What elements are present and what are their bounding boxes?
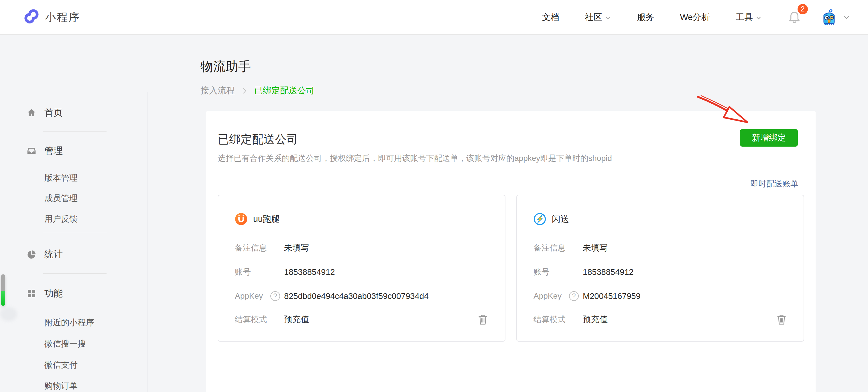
nav-tools[interactable]: 工具: [736, 11, 762, 23]
panel-heading: 已绑定配送公司: [218, 131, 298, 147]
chevron-right-icon: [242, 87, 247, 94]
miniprogram-logo-icon: [22, 7, 41, 27]
nav-docs[interactable]: 文档: [542, 11, 559, 23]
sidebar-divider: [148, 92, 148, 392]
field-row: 备注信息 未填写: [235, 242, 309, 254]
top-header: 小程序 文档 社区 服务 We分析 工具 2: [0, 0, 868, 35]
uu-paotui-logo: [235, 213, 247, 225]
scroll-indicator[interactable]: [1, 274, 5, 306]
sidebar-item-version-manage[interactable]: 版本管理: [0, 172, 148, 184]
field-row: AppKey ? M20045167959: [533, 290, 641, 302]
sidebar-item-wechat-pay[interactable]: 微信支付: [0, 359, 148, 371]
chevron-down-icon: [604, 14, 612, 22]
inbox-icon: [26, 146, 37, 156]
trash-icon[interactable]: [477, 313, 489, 326]
sidebar-item-member-manage[interactable]: 成员管理: [0, 192, 148, 205]
notification-bell[interactable]: 2: [788, 10, 801, 25]
trash-icon[interactable]: [775, 313, 787, 326]
field-row: 结算模式 预充值: [533, 314, 608, 325]
delivery-company-card: 闪送 备注信息 未填写 账号 18538854912 AppKey ? M200…: [516, 195, 804, 341]
breadcrumb-bound-companies[interactable]: 已绑定配送公司: [254, 85, 314, 96]
grid-icon: [26, 288, 37, 299]
field-row: 账号 18538854912: [533, 266, 633, 278]
breadcrumb-access-flow[interactable]: 接入流程: [200, 85, 235, 96]
chevron-down-icon[interactable]: [842, 13, 851, 22]
company-name: 闪送: [552, 213, 569, 225]
help-icon[interactable]: ?: [569, 291, 579, 301]
divider: [43, 233, 106, 233]
field-row: 备注信息 未填写: [533, 242, 608, 254]
sidebar-item-home[interactable]: 首页: [0, 107, 148, 119]
company-header: uu跑腿: [235, 213, 280, 225]
instant-delivery-bill-link[interactable]: 即时配送账单: [750, 178, 798, 189]
company-header: 闪送: [533, 213, 569, 225]
sidebar-item-nearby-miniprogram[interactable]: 附近的小程序: [0, 316, 148, 329]
add-binding-button[interactable]: 新增绑定: [740, 129, 798, 147]
scroll-indicator-thumb: [1, 291, 5, 306]
brand[interactable]: 小程序: [22, 7, 80, 28]
nav-services[interactable]: 服务: [637, 11, 654, 23]
sidebar-item-shopping-orders[interactable]: 购物订单: [0, 380, 148, 392]
top-nav: 文档 社区 服务 We分析 工具 2: [542, 0, 868, 35]
bound-companies-panel: 已绑定配送公司 选择已有合作关系的配送公司，授权绑定后，即可用该账号下配送单，该…: [206, 111, 815, 392]
field-row: 账号 18538854912: [235, 266, 335, 278]
sidebar: 首页 管理 版本管理 成员管理 用户反馈 统计 功能: [0, 35, 148, 392]
delivery-company-card: uu跑腿 备注信息 未填写 账号 18538854912 AppKey ? 82…: [218, 195, 505, 341]
divider: [43, 273, 106, 274]
scroll-indicator-track: [1, 274, 5, 291]
help-icon[interactable]: ?: [270, 291, 280, 301]
sidebar-item-user-feedback[interactable]: 用户反馈: [0, 213, 148, 225]
sidebar-item-features[interactable]: 功能: [0, 287, 148, 300]
avatar[interactable]: [821, 9, 837, 26]
nav-community[interactable]: 社区: [585, 11, 612, 23]
pie-chart-icon: [26, 249, 37, 260]
company-name: uu跑腿: [253, 213, 280, 225]
divider: [43, 131, 106, 132]
shansong-logo: [533, 213, 546, 225]
brand-title: 小程序: [45, 10, 80, 25]
panel-description: 选择已有合作关系的配送公司，授权绑定后，即可用该账号下配送单，该账号对应的app…: [218, 153, 722, 163]
sidebar-item-stats[interactable]: 统计: [0, 248, 148, 261]
breadcrumb: 接入流程 已绑定配送公司: [200, 85, 314, 96]
sidebar-item-manage[interactable]: 管理: [0, 145, 148, 157]
field-row: 结算模式 预充值: [235, 314, 309, 325]
notification-badge: 2: [798, 4, 808, 14]
scroll-indicator-shadow: [0, 307, 17, 321]
page-title: 物流助手: [200, 58, 251, 75]
nav-we-analytics[interactable]: We分析: [680, 11, 710, 23]
home-icon: [26, 108, 37, 118]
sidebar-item-wechat-search[interactable]: 微信搜一搜: [0, 338, 148, 350]
field-row: AppKey ? 825dbd0e494c4a30ab03f59c007934d…: [235, 290, 429, 302]
chevron-down-icon: [755, 14, 762, 22]
